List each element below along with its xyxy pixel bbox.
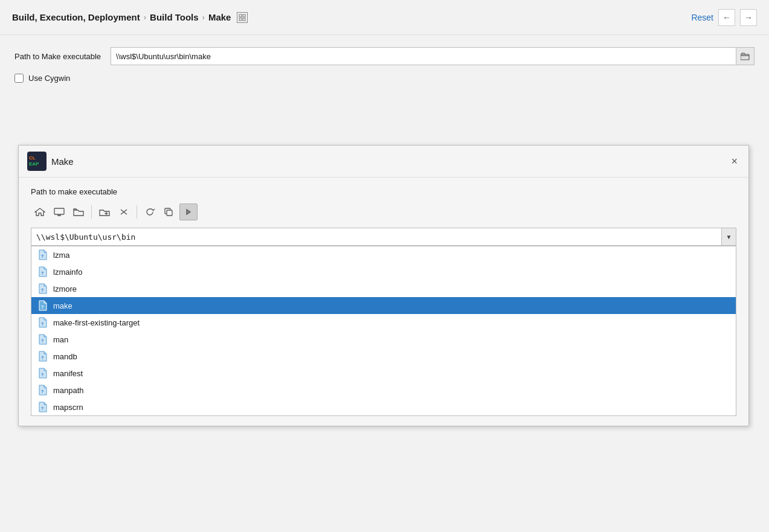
path-dropdown-button[interactable]: ▼ [721,228,736,245]
breadcrumb: Build, Execution, Deployment › Build Too… [12,12,248,23]
path-label: Path to Make executable [14,52,101,61]
file-item-name: manpath [53,386,84,395]
file-icon: ? [37,368,48,379]
file-list-item[interactable]: ? make [31,297,736,314]
dialog-path-wrapper: ▼ [31,228,736,246]
file-icon: ? [37,385,48,396]
file-list-item[interactable]: ? lzma [31,246,736,263]
toolbar-refresh-button[interactable] [141,204,159,220]
file-icon: ? [37,300,48,311]
top-right-controls: Reset ← → [691,9,757,26]
file-item-name: lzmainfo [53,268,82,277]
svg-text:?: ? [41,288,43,292]
svg-rect-3 [243,18,245,21]
make-dialog: CL EAP Make × Path to make executable [18,145,749,426]
toolbar-delete-button[interactable] [115,204,133,220]
file-icon: ? [37,266,48,277]
file-icon: ? [37,351,48,362]
svg-text:?: ? [41,305,43,309]
file-list-item[interactable]: ? manpath [31,382,736,399]
file-item-name: lzmore [53,284,77,293]
svg-text:?: ? [41,339,43,343]
cygwin-label[interactable]: Use Cygwin [28,74,70,83]
dialog-subtitle: Path to make executable [31,187,736,196]
file-toolbar [31,204,736,220]
file-item-name: man [53,335,68,344]
dialog-close-button[interactable]: × [729,156,740,167]
svg-rect-1 [243,14,245,17]
svg-text:?: ? [41,356,43,360]
settings-panel: Path to Make executable Use Cygwin [0,35,769,95]
file-list-item[interactable]: ? manifest [31,365,736,382]
clion-logo: CL EAP [27,152,47,171]
svg-text:EAP: EAP [29,161,39,167]
dialog-title: Make [51,156,74,167]
toolbar-sep-2 [137,205,137,219]
file-item-name: make [53,301,72,310]
dialog-body: Path to make executable [19,178,748,426]
svg-text:?: ? [41,322,43,326]
file-icon: ? [37,283,48,294]
file-icon: ? [37,402,48,412]
svg-rect-0 [239,14,242,17]
breadcrumb-part3: Make [208,12,231,22]
dialog-title-left: CL EAP Make [27,152,74,171]
file-list-item[interactable]: ? mandb [31,348,736,365]
file-list-item[interactable]: ? make-first-existing-target [31,314,736,331]
path-input-wrapper [111,47,755,65]
file-item-name: mapscrn [53,403,83,412]
svg-rect-11 [167,210,172,216]
file-item-name: make-first-existing-target [53,318,140,327]
grid-icon[interactable] [237,12,248,23]
path-row: Path to Make executable [14,47,755,65]
top-bar: Build, Execution, Deployment › Build Too… [0,0,769,35]
svg-text:CL: CL [29,155,36,161]
file-list-item[interactable]: ? mapscrn [31,399,736,415]
dialog-path-input[interactable] [31,231,721,243]
toolbar-sep-1 [91,205,92,219]
use-cygwin-checkbox[interactable] [14,74,24,83]
nav-forward-button[interactable]: → [740,9,757,26]
file-item-name: mandb [53,352,77,361]
file-list-item[interactable]: ? lzmore [31,280,736,297]
breadcrumb-part2: Build Tools [150,12,199,22]
toolbar-new-folder-button[interactable] [95,204,114,220]
breadcrumb-sep2: › [202,13,205,22]
svg-marker-12 [187,210,190,214]
svg-text:?: ? [41,254,43,258]
file-list-item[interactable]: ? lzmainfo [31,263,736,280]
dialog-titlebar: CL EAP Make × [19,146,748,178]
svg-rect-8 [54,208,64,214]
nav-back-button[interactable]: ← [718,9,735,26]
svg-text:?: ? [41,406,43,411]
file-icon: ? [37,249,48,260]
reset-button[interactable]: Reset [691,13,713,22]
breadcrumb-sep1: › [144,13,146,22]
svg-rect-4 [741,54,749,60]
svg-text:?: ? [41,389,43,394]
svg-rect-2 [239,18,242,21]
file-list-item[interactable]: ? man [31,331,736,348]
file-item-name: lzma [53,251,69,260]
toolbar-recent-button[interactable] [69,204,88,220]
toolbar-expand-button[interactable] [179,204,198,220]
toolbar-copy-button[interactable] [160,204,178,220]
toolbar-home-button[interactable] [31,204,49,220]
breadcrumb-part1: Build, Execution, Deployment [12,12,140,22]
toolbar-desktop-button[interactable] [50,204,68,220]
cygwin-row: Use Cygwin [14,74,755,83]
svg-text:?: ? [41,271,43,275]
file-item-name: manifest [53,369,83,378]
file-list: ? lzma ? lzmainfo ? lzmore ? make ? make… [31,246,736,416]
browse-button[interactable] [736,48,754,65]
file-icon: ? [37,334,48,345]
path-input[interactable] [111,51,736,62]
file-icon: ? [37,317,48,328]
svg-text:?: ? [41,373,43,377]
